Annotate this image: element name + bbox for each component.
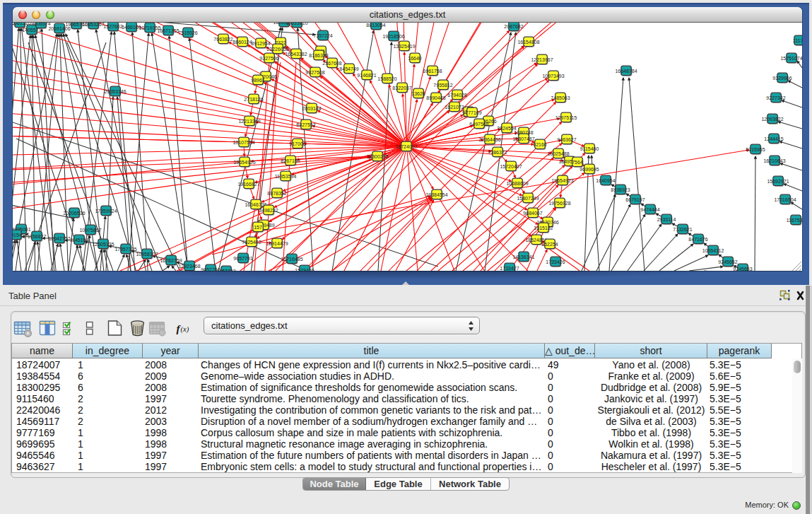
svg-text:7357224: 7357224: [313, 33, 332, 38]
svg-text:8215955: 8215955: [746, 147, 765, 152]
svg-text:7132621: 7132621: [673, 227, 692, 232]
svg-text:15751074: 15751074: [780, 56, 802, 61]
svg-text:8471676: 8471676: [688, 237, 707, 242]
svg-text:6497568: 6497568: [469, 122, 488, 127]
svg-text:16210643: 16210643: [763, 158, 785, 163]
svg-text:(x): (x): [181, 325, 189, 334]
svg-text:10107554: 10107554: [233, 140, 254, 145]
svg-text:1733426: 1733426: [546, 259, 565, 264]
svg-text:16671355: 16671355: [157, 28, 179, 33]
svg-text:12505135: 12505135: [92, 242, 114, 247]
svg-text:8813054: 8813054: [366, 23, 385, 28]
svg-text:7564: 7564: [572, 160, 583, 165]
svg-text:157: 157: [254, 225, 262, 230]
svg-text:19384554: 19384554: [425, 192, 447, 197]
svg-text:2803144: 2803144: [302, 106, 321, 111]
svg-text:17957225: 17957225: [114, 247, 136, 252]
svg-text:11353594: 11353594: [275, 174, 297, 179]
svg-text:20206536: 20206536: [63, 211, 85, 216]
svg-text:8912954: 8912954: [251, 41, 270, 46]
svg-text:8267150: 8267150: [281, 158, 300, 163]
svg-text:62160: 62160: [533, 142, 547, 147]
svg-text:8990448: 8990448: [426, 95, 445, 100]
svg-text:14136141: 14136141: [512, 255, 534, 259]
svg-text:1640954: 1640954: [596, 178, 615, 183]
svg-text:8322037: 8322037: [392, 86, 411, 90]
svg-text:10654112: 10654112: [702, 248, 724, 253]
svg-text:9474444: 9474444: [640, 207, 659, 212]
svg-text:23226058: 23226058: [266, 47, 288, 52]
svg-text:19654923: 19654923: [551, 178, 573, 183]
svg-text:917006: 917006: [289, 141, 305, 146]
svg-text:15807249: 15807249: [517, 196, 539, 201]
svg-text:17359924: 17359924: [95, 209, 117, 214]
svg-text:12923468: 12923468: [178, 264, 200, 269]
svg-text:19654925: 19654925: [233, 160, 255, 165]
svg-text:1733427: 1733427: [500, 266, 519, 271]
svg-text:1145194: 1145194: [70, 238, 89, 243]
svg-text:9657791: 9657791: [233, 256, 252, 261]
svg-text:3498222: 3498222: [259, 208, 278, 213]
svg-text:7515526: 7515526: [178, 30, 197, 35]
svg-text:20691406: 20691406: [48, 26, 70, 31]
svg-text:6679197: 6679197: [625, 197, 645, 202]
svg-text:7386372: 7386372: [488, 150, 507, 155]
svg-text:391541: 391541: [13, 233, 25, 238]
svg-text:1621072: 1621072: [445, 105, 464, 110]
svg-text:15720407: 15720407: [500, 164, 522, 169]
svg-text:9245652: 9245652: [718, 259, 737, 264]
svg-text:9245653: 9245653: [733, 267, 752, 271]
svg-text:16914479: 16914479: [266, 241, 288, 246]
svg-text:6794028: 6794028: [447, 93, 466, 98]
svg-text:13626: 13626: [411, 91, 425, 96]
svg-text:20364436: 20364436: [478, 137, 500, 142]
svg-text:16154808: 16154808: [517, 40, 539, 45]
svg-text:8427552: 8427552: [296, 122, 315, 127]
svg-text:19166827: 19166827: [237, 182, 259, 187]
svg-text:8878352: 8878352: [267, 191, 286, 196]
svg-text:12975115: 12975115: [555, 115, 577, 120]
svg-text:7955812: 7955812: [433, 83, 452, 88]
svg-text:1527602: 1527602: [103, 24, 122, 29]
svg-text:2087682: 2087682: [504, 24, 523, 29]
svg-text:9684067: 9684067: [523, 211, 542, 216]
svg-text:13325419: 13325419: [393, 44, 415, 49]
svg-text:12213967: 12213967: [531, 57, 553, 62]
svg-text:6961758: 6961758: [423, 69, 442, 74]
svg-text:10025488: 10025488: [547, 151, 569, 156]
svg-text:19756928: 19756928: [548, 201, 570, 206]
svg-text:2718126: 2718126: [244, 97, 263, 102]
svg-text:10688609: 10688609: [506, 181, 528, 186]
svg-text:8938923: 8938923: [611, 187, 630, 192]
svg-text:16648784: 16648784: [615, 69, 637, 74]
svg-text:12942757: 12942757: [48, 236, 70, 241]
svg-text:18724007: 18724007: [395, 144, 417, 149]
svg-text:29053346: 29053346: [104, 89, 126, 94]
svg-text:8186328: 8186328: [309, 53, 328, 58]
svg-text:11178: 11178: [793, 38, 802, 43]
svg-text:19218506: 19218506: [382, 34, 404, 39]
svg-text:10853267: 10853267: [82, 23, 104, 27]
svg-text:7663822: 7663822: [213, 37, 233, 42]
svg-text:16640: 16640: [408, 56, 422, 61]
svg-text:9699695: 9699695: [579, 167, 599, 172]
svg-text:15692971: 15692971: [767, 179, 789, 184]
svg-text:12213369: 12213369: [238, 119, 260, 124]
svg-text:252254: 252254: [541, 242, 558, 247]
svg-text:7485063: 7485063: [551, 95, 570, 100]
svg-text:1244415: 1244415: [764, 136, 783, 141]
svg-text:1156827: 1156827: [28, 234, 47, 239]
svg-text:1588520: 1588520: [377, 76, 396, 81]
svg-text:8454749: 8454749: [339, 66, 358, 71]
svg-text:10958107: 10958107: [136, 252, 158, 257]
svg-text:16782759: 16782759: [160, 258, 182, 263]
svg-text:9327508: 9327508: [305, 70, 324, 75]
svg-text:9327506: 9327506: [259, 56, 278, 61]
svg-text:16033810: 16033810: [286, 23, 307, 25]
svg-text:1615132: 1615132: [534, 226, 553, 230]
svg-text:9329966: 9329966: [772, 76, 792, 81]
svg-text:12093822: 12093822: [761, 117, 783, 122]
svg-text:16543382: 16543382: [285, 52, 307, 57]
svg-text:18300295: 18300295: [366, 154, 388, 159]
svg-text:2933114: 2933114: [657, 217, 676, 222]
